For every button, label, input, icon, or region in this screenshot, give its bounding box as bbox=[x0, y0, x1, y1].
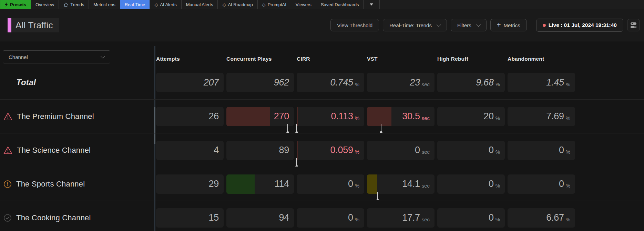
channel-name: The Premium Channel bbox=[17, 112, 94, 121]
cell-heat-fill bbox=[297, 107, 298, 126]
nav-item-ai-roadmap[interactable]: ◇ AI Roadmap bbox=[218, 0, 257, 9]
nav-item-trends[interactable]: Trends bbox=[59, 0, 89, 9]
column-headers: Attempts Concurrent Plays CIRR VST High … bbox=[156, 56, 578, 62]
nav-item-metriclens[interactable]: MetricLens bbox=[89, 0, 120, 9]
metric-cell-cirr[interactable]: 0% bbox=[297, 174, 364, 194]
table-row[interactable]: The Science Channel4890.059%0sec0%0% bbox=[0, 133, 644, 167]
metric-value: 7.69 bbox=[546, 111, 564, 122]
metric-unit: % bbox=[355, 145, 359, 155]
metric-cell-abandonment[interactable]: 0% bbox=[508, 174, 575, 194]
metric-cell-attempts[interactable]: 207 bbox=[156, 73, 224, 92]
metric-unit: sec bbox=[422, 213, 430, 222]
threshold-pin[interactable] bbox=[379, 124, 383, 133]
column-header-vst[interactable]: VST bbox=[367, 56, 437, 62]
metric-cell-cirr[interactable]: 0.113% bbox=[297, 107, 364, 126]
metric-cell-abandonment[interactable]: 6.67% bbox=[508, 208, 575, 228]
metric-cell-cirr[interactable]: 0.745% bbox=[297, 73, 364, 92]
page-title: All Traffic bbox=[11, 18, 59, 32]
metric-cell-vst[interactable]: 23sec bbox=[367, 73, 435, 92]
nav-more-button[interactable] bbox=[364, 0, 380, 9]
metric-unit: % bbox=[566, 179, 570, 189]
table-row[interactable]: Total2079620.745%23sec9.68%1.45% bbox=[0, 66, 644, 99]
metric-value: 0 bbox=[489, 145, 494, 155]
warning-triangle-icon bbox=[3, 112, 12, 121]
metric-cell-high-rebuff[interactable]: 0% bbox=[437, 208, 505, 228]
column-header-abandonment[interactable]: Abandonment bbox=[508, 56, 578, 62]
metric-cell-vst[interactable]: 14.1sec bbox=[367, 174, 435, 194]
metric-value: 17.7 bbox=[402, 212, 420, 223]
nav-item-manual-alerts[interactable]: Manual Alerts bbox=[182, 0, 218, 9]
metric-value: 962 bbox=[274, 77, 289, 88]
nav-item-promptai[interactable]: ◇ PromptAI bbox=[258, 0, 291, 9]
metric-cell-concurrent-plays[interactable]: 270 bbox=[226, 107, 294, 126]
metric-cell-cirr[interactable]: 0.059% bbox=[297, 141, 364, 160]
nav-item-real-time[interactable]: Real-Time bbox=[120, 0, 150, 9]
nav-item-saved-dashboards[interactable]: Saved Dashboards bbox=[316, 0, 364, 9]
lightning-icon bbox=[5, 2, 8, 7]
table-row[interactable]: The Premium Channel262700.113%30.5sec20%… bbox=[0, 99, 644, 133]
threshold-pin[interactable] bbox=[295, 158, 298, 167]
display-settings-button[interactable] bbox=[627, 19, 640, 31]
nav-item-label: AI Alerts bbox=[160, 2, 176, 7]
row-label: The Premium Channel bbox=[0, 112, 156, 121]
nav-item-presets[interactable]: Presets bbox=[0, 0, 31, 9]
nav-item-viewers[interactable]: Viewers bbox=[291, 0, 316, 9]
metric-value: 0 bbox=[489, 179, 494, 189]
metric-cell-vst[interactable]: 30.5sec bbox=[367, 107, 435, 126]
toggle-switch-icon bbox=[631, 26, 636, 28]
table-row[interactable]: The Sports Channel291140%14.1sec0%0% bbox=[0, 167, 644, 201]
metric-value: 23 bbox=[410, 77, 420, 88]
metric-value: 270 bbox=[274, 111, 289, 122]
metric-cell-abandonment[interactable]: 0% bbox=[508, 141, 575, 160]
metric-unit: % bbox=[566, 112, 570, 121]
threshold-pin[interactable] bbox=[376, 192, 379, 201]
metric-unit: % bbox=[495, 112, 500, 121]
home-icon bbox=[63, 2, 68, 7]
metric-cell-cirr[interactable]: 0% bbox=[297, 208, 364, 228]
column-header-attempts[interactable]: Attempts bbox=[156, 56, 226, 62]
channel-dropdown[interactable]: Channel bbox=[3, 50, 110, 63]
metric-cell-high-rebuff[interactable]: 20% bbox=[437, 107, 505, 126]
metric-cell-vst[interactable]: 17.7sec bbox=[367, 208, 435, 228]
metric-cell-attempts[interactable]: 26 bbox=[156, 107, 224, 126]
metric-value: 0 bbox=[415, 145, 420, 155]
metric-value: 94 bbox=[279, 212, 289, 223]
metric-cell-vst[interactable]: 0sec bbox=[367, 141, 435, 160]
threshold-pin[interactable] bbox=[295, 124, 298, 133]
table-row[interactable]: The Cooking Channel15940%17.7sec0%6.67% bbox=[0, 201, 644, 231]
metric-cell-high-rebuff[interactable]: 0% bbox=[437, 174, 505, 194]
metric-cell-concurrent-plays[interactable]: 114 bbox=[226, 174, 294, 194]
nav-item-label: AI Roadmap bbox=[228, 2, 253, 7]
metric-cell-concurrent-plays[interactable]: 94 bbox=[226, 208, 294, 228]
row-label: The Cooking Channel bbox=[0, 213, 156, 222]
metric-unit: % bbox=[355, 213, 359, 222]
column-header-high-rebuff[interactable]: High Rebuff bbox=[437, 56, 508, 62]
metric-unit: sec bbox=[422, 179, 430, 189]
metric-cell-abandonment[interactable]: 7.69% bbox=[508, 107, 575, 126]
add-metrics-button[interactable]: + Metrics bbox=[490, 19, 527, 31]
cell-heat-fill bbox=[226, 107, 270, 126]
metric-value: 26 bbox=[209, 111, 219, 122]
metric-cell-concurrent-plays[interactable]: 89 bbox=[226, 141, 294, 160]
view-mode-dropdown[interactable]: Real-Time: Trends bbox=[383, 19, 447, 31]
metric-cell-high-rebuff[interactable]: 9.68% bbox=[437, 73, 505, 92]
view-threshold-button[interactable]: View Threshold bbox=[330, 19, 379, 31]
filters-dropdown[interactable]: Filters bbox=[451, 19, 487, 31]
metric-cell-attempts[interactable]: 15 bbox=[156, 208, 224, 228]
threshold-pin[interactable] bbox=[286, 124, 289, 133]
metric-cell-concurrent-plays[interactable]: 962 bbox=[226, 73, 294, 92]
metric-unit: % bbox=[495, 213, 500, 222]
metric-value: 0.059 bbox=[330, 145, 353, 155]
nav-item-overview[interactable]: Overview bbox=[31, 0, 59, 9]
metric-cell-attempts[interactable]: 4 bbox=[156, 141, 224, 160]
metric-unit: % bbox=[495, 145, 500, 155]
column-header-concurrent-plays[interactable]: Concurrent Plays bbox=[226, 56, 297, 62]
metric-value: 4 bbox=[214, 145, 219, 155]
column-header-cirr[interactable]: CIRR bbox=[297, 56, 367, 62]
metric-cell-attempts[interactable]: 29 bbox=[156, 174, 224, 194]
metric-cell-high-rebuff[interactable]: 0% bbox=[437, 141, 505, 160]
nav-item-ai-alerts[interactable]: ◇ AI Alerts bbox=[150, 0, 181, 9]
metric-cell-abandonment[interactable]: 1.45% bbox=[508, 73, 575, 92]
channel-name: Total bbox=[16, 78, 36, 87]
metric-value: 89 bbox=[279, 145, 289, 155]
